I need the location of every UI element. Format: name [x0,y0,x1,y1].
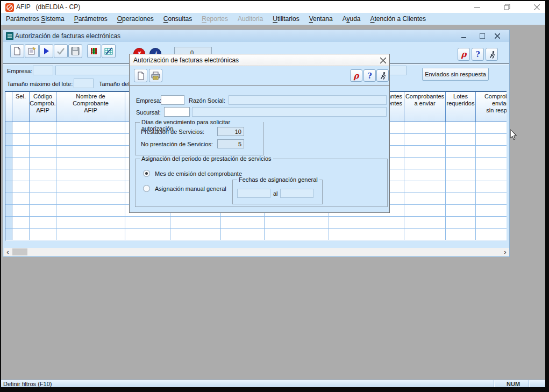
cell-col-nombre-afip[interactable] [56,193,125,204]
grid-edit-button[interactable] [102,44,116,58]
cell-col-sel[interactable] [12,217,30,228]
cell-col-lotes[interactable] [446,193,476,204]
cell-col-lotes[interactable] [446,134,476,145]
cell-col-enviados-sin-respuesta[interactable] [476,158,507,169]
no-prestacion-field[interactable]: 5 [217,139,244,148]
cell-col-sel[interactable] [12,158,30,169]
cell-col-hidden-2[interactable] [170,229,221,240]
cell-col-enviados-sin-respuesta[interactable] [476,146,507,157]
cell-col-marker[interactable] [5,205,12,216]
cell-col-nombre-afip[interactable] [56,217,125,228]
cell-col-codigo-afip[interactable] [30,217,56,228]
cell-col-marker[interactable] [5,217,12,228]
cell-col-codigo-afip[interactable] [30,193,56,204]
dialog-empresa-field[interactable] [161,95,184,105]
cell-col-hidden-1[interactable] [125,217,170,228]
header-col-marker[interactable] [5,92,12,122]
properties-button[interactable] [25,44,39,58]
cell-col-lotes[interactable] [446,122,476,133]
enviados-sin-respuesta-button[interactable]: Enviados sin respuesta [422,68,489,81]
cell-col-sel[interactable] [12,205,30,216]
cell-col-a-enviar[interactable] [404,146,446,157]
cell-col-lotes[interactable] [446,146,476,157]
child-title-bar[interactable]: Autorización de facturas electrónicas [3,30,509,42]
cell-col-a-enviar[interactable] [404,122,446,133]
cell-col-codigo-afip[interactable] [30,134,56,145]
minimize-button[interactable] [469,2,485,12]
empresa-code-field[interactable] [33,66,53,75]
cell-col-marker[interactable] [5,193,12,204]
header-col-nombre-afip[interactable]: Nombre de Comprobante AFIP [56,92,125,122]
cell-col-sel[interactable] [12,229,30,240]
dialog-sucursal-field[interactable] [164,107,190,117]
cell-col-lotes[interactable] [446,181,476,193]
menu-item-atencion-a-clientes[interactable]: Atención a Clientes [366,13,431,25]
cell-col-marker[interactable] [5,122,12,133]
cell-col-pendientes[interactable] [329,229,404,240]
cell-col-enviados-sin-respuesta[interactable] [476,169,507,181]
cell-col-codigo-afip[interactable] [30,181,56,193]
dialog-exit-button[interactable] [376,69,389,82]
close-button[interactable] [529,2,545,12]
cell-col-a-enviar[interactable] [404,205,446,216]
menu-item-operaciones[interactable]: Operaciones [112,13,159,25]
dialog-print-button[interactable] [149,69,162,82]
cell-col-codigo-afip[interactable] [30,229,56,240]
child-maximize-button[interactable] [476,31,488,41]
header-col-lotes[interactable]: Lotes requeridos [446,92,476,122]
cell-col-lotes[interactable] [446,158,476,169]
cell-col-codigo-afip[interactable] [30,158,56,169]
cell-col-nombre-afip[interactable] [56,146,125,157]
cell-col-a-enviar[interactable] [404,134,446,145]
filter-columns-button[interactable] [87,44,101,58]
menu-item-consultas[interactable]: Consultas [159,13,197,25]
cell-col-marker[interactable] [5,146,12,157]
horizontal-scrollbar[interactable]: ‹ › [4,248,509,256]
cell-col-enviados-sin-respuesta[interactable] [476,181,507,193]
cell-col-hidden-2[interactable] [170,217,221,228]
cell-col-sel[interactable] [12,193,30,204]
cell-col-a-enviar[interactable] [404,193,446,204]
cell-col-enviados-sin-respuesta[interactable] [476,205,507,216]
exit-button[interactable] [486,48,498,61]
cell-col-nombre-afip[interactable] [56,158,125,169]
cell-col-marker[interactable] [5,229,12,240]
cell-col-enviados-sin-respuesta[interactable] [476,134,507,145]
new-document-button[interactable] [10,44,24,58]
cell-col-lotes[interactable] [446,205,476,216]
cell-col-codigo-afip[interactable] [30,169,56,181]
cell-col-nombre-afip[interactable] [56,169,125,181]
cell-col-lotes[interactable] [446,169,476,181]
cell-col-enviados-sin-respuesta[interactable] [476,193,507,204]
run-button[interactable] [39,44,53,58]
radio-mes-emision-label[interactable]: Mes de emisión del comprobante [155,170,242,177]
cell-col-hidden-4[interactable] [265,217,329,228]
header-col-codigo-afip[interactable]: Código Comprob. AFIP [30,92,56,122]
prestacion-field[interactable]: 10 [217,127,244,136]
cell-col-codigo-afip[interactable] [30,122,56,133]
child-close-button[interactable] [491,31,503,41]
menu-item-ventana[interactable]: Ventana [304,13,338,25]
scroll-left-arrow[interactable]: ‹ [4,248,12,256]
radio-asignacion-manual-label[interactable]: Asignación manual general [155,186,226,192]
header-col-a-enviar[interactable]: Comprobantes a enviar [404,92,446,122]
scroll-right-arrow[interactable]: › [501,248,509,256]
cell-col-sel[interactable] [12,169,30,181]
dialog-help-button[interactable]: ? [363,69,376,82]
header-col-enviados-sin-respuesta[interactable]: Comprobantes enviados sin respuesta [476,92,507,122]
cell-col-pendientes[interactable] [329,217,404,228]
cell-col-sel[interactable] [12,122,30,133]
help-button[interactable]: ? [472,48,484,61]
cell-col-sel[interactable] [12,146,30,157]
radio-mes-emision[interactable] [143,170,150,177]
cell-col-a-enviar[interactable] [404,169,446,181]
cell-col-nombre-afip[interactable] [56,122,125,133]
table-row[interactable] [5,217,507,229]
dialog-title-bar[interactable]: Autorización de facturas electrónicas [130,54,389,66]
cell-col-enviados-sin-respuesta[interactable] [476,122,507,133]
cell-col-a-enviar[interactable] [404,181,446,193]
cell-col-nombre-afip[interactable] [56,229,125,240]
dialog-close-button[interactable] [377,55,389,65]
cell-col-marker[interactable] [5,181,12,193]
cell-col-a-enviar[interactable] [404,229,446,240]
